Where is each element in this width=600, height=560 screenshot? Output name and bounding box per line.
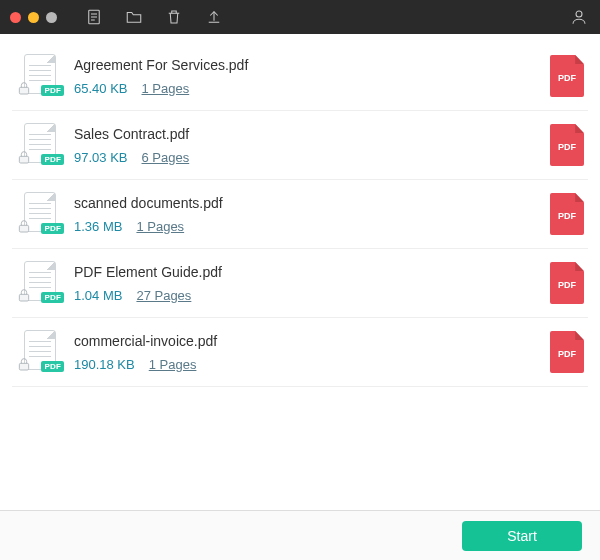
output-format-icon[interactable]: PDF	[550, 331, 584, 373]
pdf-file-icon: PDF	[16, 123, 60, 167]
trash-icon[interactable]	[163, 6, 185, 28]
lock-icon	[16, 287, 32, 301]
user-icon[interactable]	[568, 6, 590, 28]
output-format-icon[interactable]: PDF	[550, 124, 584, 166]
file-list: PDF Agreement For Services.pdf 65.40 KB …	[0, 34, 600, 510]
pdf-file-icon: PDF	[16, 54, 60, 98]
pdf-file-icon: PDF	[16, 261, 60, 305]
pdf-file-icon: PDF	[16, 192, 60, 236]
file-row[interactable]: PDF commercial-invoice.pdf 190.18 KB 1 P…	[12, 318, 588, 387]
file-size: 65.40 KB	[74, 81, 128, 96]
svg-point-4	[576, 11, 582, 17]
file-size: 1.04 MB	[74, 288, 122, 303]
file-row[interactable]: PDF Sales Contract.pdf 97.03 KB 6 Pages …	[12, 111, 588, 180]
minimize-window-button[interactable]	[28, 12, 39, 23]
file-meta: scanned documents.pdf 1.36 MB 1 Pages	[74, 195, 536, 234]
document-icon[interactable]	[83, 6, 105, 28]
upload-icon[interactable]	[203, 6, 225, 28]
footer: Start	[0, 510, 600, 560]
pdf-badge: PDF	[41, 223, 64, 234]
file-pages-link[interactable]: 6 Pages	[142, 150, 190, 165]
close-window-button[interactable]	[10, 12, 21, 23]
output-format-icon[interactable]: PDF	[550, 262, 584, 304]
file-pages-link[interactable]: 27 Pages	[136, 288, 191, 303]
file-name: Agreement For Services.pdf	[74, 57, 536, 73]
file-row[interactable]: PDF Agreement For Services.pdf 65.40 KB …	[12, 42, 588, 111]
file-meta: Sales Contract.pdf 97.03 KB 6 Pages	[74, 126, 536, 165]
lock-icon	[16, 149, 32, 163]
output-format-label: PDF	[558, 142, 576, 152]
pdf-badge: PDF	[41, 361, 64, 372]
file-row[interactable]: PDF scanned documents.pdf 1.36 MB 1 Page…	[12, 180, 588, 249]
lock-icon	[16, 356, 32, 370]
start-button[interactable]: Start	[462, 521, 582, 551]
file-name: commercial-invoice.pdf	[74, 333, 536, 349]
titlebar	[0, 0, 600, 34]
file-name: PDF Element Guide.pdf	[74, 264, 536, 280]
lock-icon	[16, 218, 32, 232]
svg-rect-6	[19, 156, 28, 163]
output-format-icon[interactable]: PDF	[550, 55, 584, 97]
file-pages-link[interactable]: 1 Pages	[142, 81, 190, 96]
file-pages-link[interactable]: 1 Pages	[136, 219, 184, 234]
file-name: scanned documents.pdf	[74, 195, 536, 211]
maximize-window-button[interactable]	[46, 12, 57, 23]
file-meta: PDF Element Guide.pdf 1.04 MB 27 Pages	[74, 264, 536, 303]
file-pages-link[interactable]: 1 Pages	[149, 357, 197, 372]
file-meta: commercial-invoice.pdf 190.18 KB 1 Pages	[74, 333, 536, 372]
pdf-badge: PDF	[41, 85, 64, 96]
window-controls	[10, 12, 57, 23]
output-format-label: PDF	[558, 73, 576, 83]
file-size: 190.18 KB	[74, 357, 135, 372]
svg-rect-9	[19, 363, 28, 370]
file-size: 1.36 MB	[74, 219, 122, 234]
pdf-file-icon: PDF	[16, 330, 60, 374]
file-name: Sales Contract.pdf	[74, 126, 536, 142]
folder-icon[interactable]	[123, 6, 145, 28]
pdf-badge: PDF	[41, 154, 64, 165]
output-format-label: PDF	[558, 280, 576, 290]
output-format-icon[interactable]: PDF	[550, 193, 584, 235]
svg-rect-5	[19, 87, 28, 94]
svg-rect-8	[19, 294, 28, 301]
lock-icon	[16, 80, 32, 94]
pdf-badge: PDF	[41, 292, 64, 303]
file-meta: Agreement For Services.pdf 65.40 KB 1 Pa…	[74, 57, 536, 96]
output-format-label: PDF	[558, 349, 576, 359]
output-format-label: PDF	[558, 211, 576, 221]
file-size: 97.03 KB	[74, 150, 128, 165]
svg-rect-7	[19, 225, 28, 232]
file-row[interactable]: PDF PDF Element Guide.pdf 1.04 MB 27 Pag…	[12, 249, 588, 318]
